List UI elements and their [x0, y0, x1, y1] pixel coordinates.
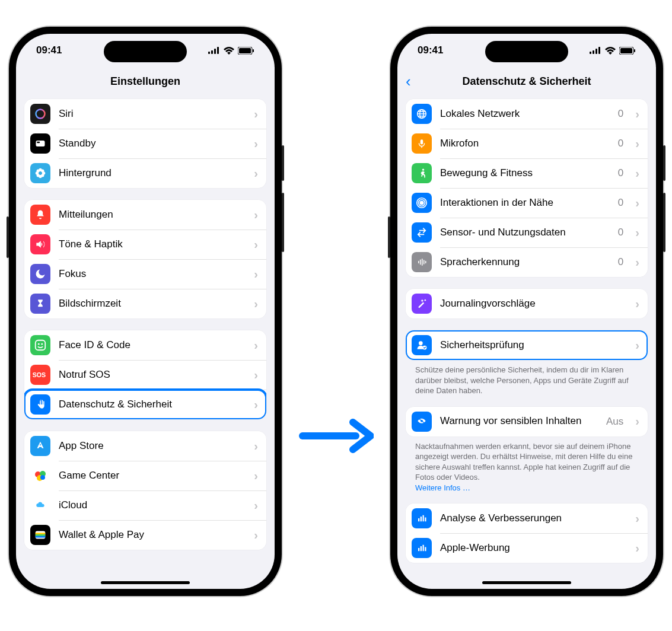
screentime-icon [30, 294, 50, 314]
back-button[interactable]: ‹ [406, 74, 411, 89]
settings-group: Face ID & Code›SOSNotruf SOS›Datenschutz… [24, 330, 266, 419]
row-mic[interactable]: Mikrofon0› [406, 129, 648, 158]
chevron-right-icon: › [254, 208, 258, 222]
chevron-right-icon: › [254, 267, 258, 281]
faceid-icon [30, 335, 50, 355]
row-sound[interactable]: Töne & Haptik› [24, 230, 266, 259]
analytics-icon [412, 508, 432, 528]
wifi-icon [605, 47, 616, 55]
chevron-right-icon: › [635, 512, 639, 525]
svg-rect-38 [634, 49, 635, 52]
row-label: Bewegung & Fitness [440, 167, 610, 179]
svg-text:SOS: SOS [33, 371, 46, 378]
chevron-right-icon: › [635, 137, 639, 151]
group-footer: Nacktaufnahmen werden erkannt, bevor sie… [406, 441, 648, 493]
settings-group: Analyse & Verbesserungen›Apple-Werbung› [406, 503, 648, 563]
chevron-right-icon: › [635, 541, 639, 555]
svg-rect-28 [36, 533, 46, 534]
row-gamecenter[interactable]: Game Center› [24, 461, 266, 490]
arrow-icon [297, 415, 374, 459]
row-notif[interactable]: Mitteilungen› [24, 200, 266, 230]
svg-rect-59 [423, 545, 424, 552]
chevron-right-icon: › [254, 469, 258, 483]
row-label: Notruf SOS [59, 369, 242, 381]
row-faceid[interactable]: Face ID & Code› [24, 330, 266, 360]
row-analytics[interactable]: Analyse & Verbesserungen› [406, 503, 648, 533]
row-net[interactable]: Lokales Netzwerk0› [406, 99, 648, 129]
svg-rect-58 [421, 546, 422, 551]
motion-icon [412, 163, 432, 183]
row-wallpaper[interactable]: Hintergrund› [24, 158, 266, 188]
wallpaper-icon [30, 163, 50, 183]
row-sensitive[interactable]: Warnung vor sensiblen InhaltenAus› [406, 407, 648, 436]
row-screentime[interactable]: Bildschirmzeit› [24, 289, 266, 318]
settings-group: Mitteilungen›Töne & Haptik›Fokus›Bildsch… [24, 200, 266, 318]
standby-icon [30, 133, 50, 154]
row-siri[interactable]: Siri› [24, 99, 266, 129]
svg-rect-1 [211, 50, 213, 54]
row-label: Siri [59, 108, 242, 120]
row-appstore[interactable]: App Store› [24, 431, 266, 461]
row-focus[interactable]: Fokus› [24, 259, 266, 289]
chevron-right-icon: › [635, 339, 639, 352]
svg-rect-41 [421, 139, 423, 144]
row-sensor[interactable]: Sensor- und Nutzungsdaten0› [406, 218, 648, 247]
ads-icon [412, 538, 432, 558]
home-indicator[interactable] [101, 581, 190, 584]
row-wallet[interactable]: Wallet & Apple Pay› [24, 520, 266, 550]
svg-rect-8 [36, 141, 45, 146]
privacy-list[interactable]: Lokales Netzwerk0›Mikrofon0›Bewegung & F… [397, 95, 656, 589]
row-label: Apple-Werbung [440, 542, 623, 554]
status-indicators [208, 47, 254, 55]
status-time: 09:41 [418, 44, 443, 56]
row-standby[interactable]: Standby› [24, 129, 266, 158]
icloud-icon [30, 495, 50, 515]
chevron-right-icon: › [254, 339, 258, 352]
row-nearby[interactable]: Interaktionen in der Nähe0› [406, 188, 648, 218]
row-detail: Aus [606, 416, 623, 428]
svg-point-51 [419, 341, 423, 345]
svg-rect-19 [36, 340, 46, 350]
settings-group: Lokales Netzwerk0›Mikrofon0›Bewegung & F… [406, 99, 648, 277]
chevron-right-icon: › [254, 297, 258, 311]
svg-point-21 [41, 343, 43, 345]
battery-icon [619, 47, 636, 55]
gamecenter-icon [30, 466, 50, 486]
row-icloud[interactable]: iCloud› [24, 490, 266, 520]
row-privacy[interactable]: Datenschutz & Sicherheit› [24, 390, 266, 419]
focus-icon [30, 264, 50, 284]
svg-rect-47 [420, 260, 421, 265]
mic-icon [412, 133, 432, 154]
svg-rect-32 [590, 52, 591, 54]
svg-rect-33 [593, 50, 594, 54]
svg-rect-60 [425, 547, 426, 552]
chevron-right-icon: › [635, 107, 639, 121]
settings-list[interactable]: Siri›Standby›Hintergrund›Mitteilungen›Tö… [16, 95, 275, 589]
row-speech[interactable]: Spracherkennung0› [406, 247, 648, 277]
nearby-icon [412, 193, 432, 213]
more-info-link[interactable]: Weitere Infos … [415, 483, 470, 492]
settings-group: Siri›Standby›Hintergrund› [24, 99, 266, 188]
svg-rect-55 [423, 515, 424, 522]
svg-point-7 [36, 110, 45, 119]
svg-rect-56 [425, 518, 426, 522]
row-sos[interactable]: SOSNotruf SOS› [24, 360, 266, 390]
chevron-right-icon: › [254, 398, 258, 412]
settings-group: App Store›Game Center›iCloud›Wallet & Ap… [24, 431, 266, 550]
row-detail: 0 [618, 167, 623, 179]
settings-group: Sicherheitsprüfung› [406, 330, 648, 360]
row-journal[interactable]: Journalingvorschläge› [406, 289, 648, 318]
home-indicator[interactable] [482, 581, 571, 584]
row-label: Spracherkennung [440, 256, 610, 268]
svg-rect-48 [422, 259, 423, 266]
row-label: Wallet & Apple Pay [59, 529, 242, 541]
chevron-right-icon: › [635, 297, 639, 311]
row-label: Interaktionen in der Nähe [440, 197, 610, 209]
appstore-icon [30, 436, 50, 456]
status-indicators [590, 47, 636, 55]
row-motion[interactable]: Bewegung & Fitness0› [406, 158, 648, 188]
svg-rect-49 [423, 260, 425, 264]
row-ads[interactable]: Apple-Werbung› [406, 533, 648, 563]
row-safety[interactable]: Sicherheitsprüfung› [406, 330, 648, 360]
settings-group: Journalingvorschläge› [406, 289, 648, 318]
